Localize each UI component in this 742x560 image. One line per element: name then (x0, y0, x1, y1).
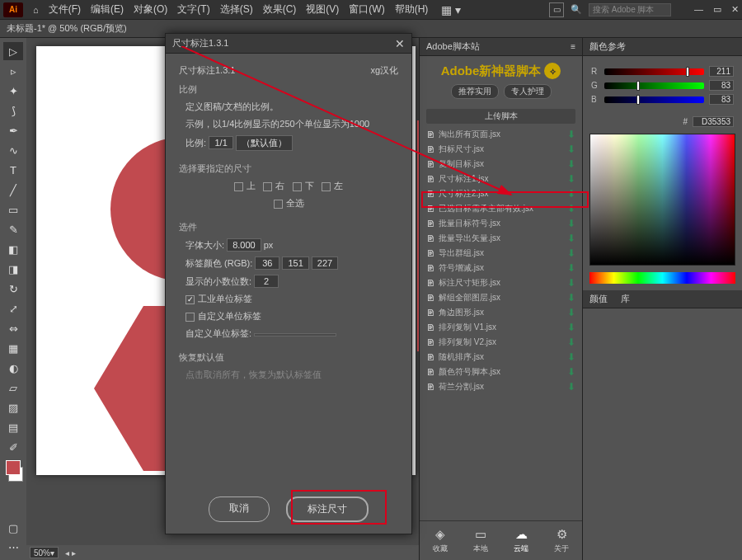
type-tool[interactable]: T (3, 161, 23, 179)
hex-value[interactable]: D35353 (693, 116, 734, 127)
chk-left[interactable] (322, 182, 331, 191)
essentials-icon[interactable]: ▦ ▾ (441, 3, 461, 16)
slider-g-value[interactable]: 83 (709, 80, 734, 91)
download-icon[interactable]: ⬇ (567, 203, 575, 214)
scale-value[interactable]: 1/1 (209, 136, 233, 149)
selection-tool[interactable]: ▷ (3, 42, 23, 60)
lasso-tool[interactable]: ⟆ (3, 101, 23, 120)
scale-tool[interactable]: ⤢ (3, 299, 23, 318)
direct-selection-tool[interactable]: ▹ (3, 62, 23, 80)
ok-button[interactable]: 标注尺寸 (286, 496, 369, 522)
script-item[interactable]: 🖹随机排序.jsx⬇ (421, 350, 580, 365)
search-input[interactable]: 搜索 Adobe 脚本 (589, 3, 671, 16)
menu-effect[interactable]: 效果(C) (263, 2, 297, 16)
menu-view[interactable]: 视图(V) (306, 2, 339, 16)
nav-cloud[interactable]: ☁云端 (514, 527, 528, 554)
hue-strip[interactable] (589, 272, 735, 284)
pen-tool[interactable]: ✒ (3, 121, 23, 139)
download-icon[interactable]: ⬇ (567, 188, 575, 200)
download-icon[interactable]: ⬇ (567, 173, 575, 185)
scripts-tag-1[interactable]: 推荐实用 (451, 84, 499, 99)
menu-select[interactable]: 选择(S) (220, 2, 253, 16)
menu-help[interactable]: 帮助(H) (395, 2, 429, 16)
magic-wand-tool[interactable]: ✦ (3, 82, 23, 100)
download-icon[interactable]: ⬇ (567, 277, 575, 289)
nav-local[interactable]: ▭本地 (473, 527, 488, 554)
window-restore-icon[interactable]: ▭ (713, 4, 721, 15)
script-item[interactable]: 🖹批量导出矢量.jsx⬇ (421, 231, 580, 246)
scale-default[interactable]: （默认值） (236, 135, 293, 151)
slider-g[interactable] (604, 82, 704, 89)
download-icon[interactable]: ⬇ (567, 351, 575, 363)
slider-r[interactable] (604, 68, 704, 75)
menu-edit[interactable]: 编辑(E) (91, 2, 124, 16)
dialog-titlebar[interactable]: 尺寸标注1.3.1 ✕ (166, 34, 411, 54)
download-icon[interactable]: ⬇ (567, 366, 575, 378)
font-size-field[interactable]: 8.000 (227, 238, 261, 252)
slider-r-value[interactable]: 211 (709, 66, 734, 77)
chk-industrial[interactable] (186, 295, 195, 304)
chk-bottom[interactable] (293, 182, 302, 191)
slider-b[interactable] (604, 96, 704, 103)
slider-b-value[interactable]: 83 (709, 94, 734, 105)
home-icon[interactable]: ⌂ (33, 5, 39, 15)
color-panel-tab[interactable]: 颜色参考 (583, 38, 742, 56)
arrange-icon[interactable]: ▭ (549, 2, 564, 17)
menu-file[interactable]: 文件(F) (49, 2, 81, 16)
width-tool[interactable]: ⇔ (3, 319, 23, 337)
custom-unit-field[interactable] (254, 333, 336, 336)
dialog-close-icon[interactable]: ✕ (395, 37, 405, 50)
paintbrush-tool[interactable]: ✎ (3, 220, 23, 238)
download-icon[interactable]: ⬇ (567, 158, 575, 170)
zoom-select[interactable]: 50% ▾ (30, 547, 59, 558)
download-icon[interactable]: ⬇ (567, 129, 575, 140)
edit-toolbar[interactable]: ⋯ (3, 538, 23, 556)
decimals-field[interactable]: 2 (254, 275, 279, 288)
color-g-field[interactable]: 151 (282, 256, 308, 270)
download-icon[interactable]: ⬇ (567, 218, 575, 229)
curvature-tool[interactable]: ∿ (3, 141, 23, 159)
script-item[interactable]: 🖹导出群组.jsx⬇ (421, 246, 580, 261)
download-icon[interactable]: ⬇ (567, 247, 575, 259)
chk-custom-unit[interactable] (186, 313, 195, 322)
mesh-tool[interactable]: ▨ (3, 398, 23, 416)
script-item[interactable]: 🖹复制目标.jsx⬇ (421, 157, 580, 172)
window-minimize-icon[interactable]: — (694, 4, 703, 15)
window-close-icon[interactable]: ✕ (731, 4, 739, 15)
chk-top[interactable] (234, 182, 243, 191)
color-b-field[interactable]: 227 (312, 256, 338, 270)
scripts-panel-tab[interactable]: Adobe脚本站 ≡ (420, 38, 582, 56)
cancel-button[interactable]: 取消 (209, 496, 270, 522)
shape-builder-tool[interactable]: ◐ (3, 359, 23, 377)
download-icon[interactable]: ⬇ (567, 336, 575, 348)
color-spectrum[interactable] (589, 134, 735, 266)
script-item[interactable]: 🖹淘出所有页面.jsx⬇ (421, 127, 580, 142)
script-item[interactable]: 🖹扫标尺寸.jsx⬇ (421, 142, 580, 157)
script-item[interactable]: 🖹解组全部图层.jsx⬇ (421, 290, 580, 305)
menu-window[interactable]: 窗口(W) (349, 2, 384, 16)
script-item[interactable]: 🖹尺寸标注2.jsx⬇ (421, 186, 580, 201)
gradient-tool[interactable]: ▤ (3, 418, 23, 436)
swatch-tab-1[interactable]: 颜值 (589, 293, 608, 305)
color-r-field[interactable]: 36 (255, 256, 279, 270)
download-icon[interactable]: ⬇ (567, 322, 575, 333)
download-icon[interactable]: ⬇ (567, 144, 575, 155)
script-item[interactable]: 🖹标注尺寸矩形.jsx⬇ (421, 275, 580, 290)
eyedropper-tool[interactable]: ✐ (3, 438, 23, 456)
menu-object[interactable]: 对象(O) (134, 2, 167, 16)
script-item[interactable]: 🖹排列复制 V2.jsx⬇ (421, 335, 580, 350)
chk-all[interactable] (274, 200, 283, 209)
script-item[interactable]: 🖹符号增减.jsx⬇ (421, 261, 580, 275)
scripts-tag-2[interactable]: 专人护理 (504, 84, 552, 99)
script-item[interactable]: 🖹尺寸标注1.jsx⬇ (421, 172, 580, 186)
script-item[interactable]: 🖹荷兰分割.jsx⬇ (421, 379, 580, 394)
download-icon[interactable]: ⬇ (567, 307, 575, 318)
script-item[interactable]: 🖹排列复制 V1.jsx⬇ (421, 320, 580, 335)
chk-right[interactable] (263, 182, 272, 191)
scripts-list[interactable]: 🖹淘出所有页面.jsx⬇🖹扫标尺寸.jsx⬇🖹复制目标.jsx⬇🖹尺寸标注1.j… (420, 127, 582, 520)
script-item[interactable]: 🖹颜色符号脚本.jsx⬇ (421, 365, 580, 379)
script-item[interactable]: 🖹角边图形.jsx⬇ (421, 305, 580, 320)
script-item[interactable]: 🖹已选目标需承主部有效.jsx⬇ (421, 201, 580, 216)
line-tool[interactable]: ╱ (3, 181, 23, 199)
download-icon[interactable]: ⬇ (567, 233, 575, 244)
